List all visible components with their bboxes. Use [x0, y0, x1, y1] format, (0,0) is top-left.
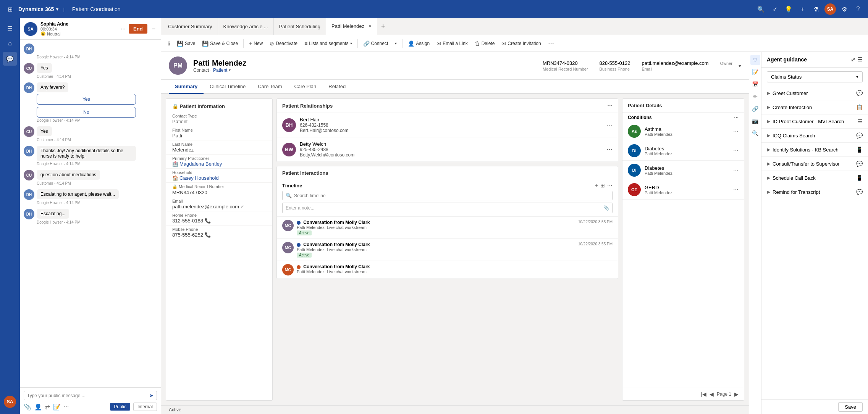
brand-dropdown-icon[interactable]: ▾ [56, 7, 58, 12]
timeline-more-icon[interactable]: ⋯ [607, 182, 613, 188]
toolbar-more-icon[interactable]: ⋯ [545, 38, 557, 49]
tab-close-icon[interactable]: ✕ [368, 24, 372, 29]
agent-sidebar-menu-icon[interactable]: ☰ [858, 56, 863, 63]
patient-dropdown[interactable]: ▾ [229, 68, 231, 72]
tab-knowledge-article[interactable]: Knowledge article ... [218, 18, 274, 35]
option-no-button[interactable]: No [37, 107, 136, 118]
household-link[interactable]: 🏠 Casey Household [172, 175, 219, 181]
timeline-filter-icon[interactable]: ⊞ [600, 182, 605, 188]
connect-button[interactable]: 🔗 Connect [360, 39, 391, 48]
side-connect-icon[interactable]: 🔗 [750, 104, 760, 114]
tl-content: Conversation from Molly Clark Patti Mele… [297, 242, 575, 258]
public-button[interactable]: Public [110, 403, 130, 411]
save-close-button[interactable]: 💾 Save & Close [199, 39, 241, 48]
settings-nav-icon[interactable]: ⚙ [839, 4, 850, 14]
rel-more-icon[interactable]: ⋯ [606, 121, 613, 129]
transfer-icon[interactable]: ⇄ [45, 403, 50, 411]
claims-status-dropdown[interactable]: Claims Status ▾ [767, 71, 863, 82]
person-icon[interactable]: 👤 [34, 403, 42, 411]
sidebar-home-icon[interactable]: ⌂ [3, 37, 17, 50]
relationships-more-icon[interactable]: ⋯ [607, 103, 613, 109]
guidance-item-icq-claims[interactable]: ▶ ICQ Claims Search 💬 [761, 129, 868, 143]
side-heart-icon[interactable]: ♡ [750, 55, 760, 65]
sidebar-avatar[interactable]: SA [4, 396, 16, 408]
nav-tab-related[interactable]: Related [322, 80, 352, 94]
record-patient-link[interactable]: Patient [213, 68, 227, 73]
attachment-icon[interactable]: 📎 [603, 205, 609, 211]
lightbulb-nav-icon[interactable]: 💡 [783, 4, 794, 14]
more-icon[interactable]: ··· [64, 403, 69, 410]
delete-button[interactable]: 🗑 Delete [472, 39, 498, 48]
side-pen-icon[interactable]: ✏ [750, 92, 760, 101]
info-button[interactable]: ℹ [165, 39, 173, 48]
guidance-action-icon: 📱 [856, 175, 863, 181]
chat-input[interactable] [27, 393, 147, 398]
nav-tab-care-plan[interactable]: Care Plan [288, 80, 323, 94]
chat-message: DH Thanks Joy! Any additional details so… [24, 146, 157, 166]
guidance-item-schedule-call-back[interactable]: ▶ Schedule Call Back 📱 [761, 171, 868, 185]
chat-more-icon[interactable]: ··· [121, 26, 126, 32]
side-edit-icon[interactable]: 📝 [750, 67, 760, 77]
guidance-item-remind-transcript[interactable]: ▶ Remind for Transcript 💬 [761, 185, 868, 199]
prev-page-icon[interactable]: ◀ [710, 391, 714, 397]
side-search-icon[interactable]: 🔍 [750, 128, 760, 138]
record-header-expand-icon[interactable]: ▾ [739, 63, 741, 69]
mobile-icon[interactable]: 📞 [205, 232, 211, 238]
bottom-save-button[interactable]: Save [838, 402, 863, 412]
agent-sidebar-expand-icon[interactable]: ⤢ [851, 56, 855, 63]
first-page-icon[interactable]: |◀ [701, 391, 706, 397]
user-nav-icon[interactable]: SA [824, 3, 836, 15]
deactivate-button[interactable]: ⊘ Deactivate [267, 39, 301, 48]
next-page-icon[interactable]: ▶ [734, 391, 739, 397]
filter-nav-icon[interactable]: ⚗ [811, 4, 821, 14]
email-link-button[interactable]: ✉ Email a Link [433, 39, 470, 48]
conditions-more-icon[interactable]: ⋯ [734, 115, 739, 120]
sidebar-chat-icon[interactable]: 💬 [3, 52, 17, 66]
cond-more-icon[interactable]: ⋯ [733, 148, 739, 154]
plus-nav-icon[interactable]: + [797, 4, 808, 14]
guidance-item-identify-solutions[interactable]: ▶ Identify Solutions - KB Search 📱 [761, 143, 868, 157]
phone-icon[interactable]: 📞 [205, 218, 211, 224]
apps-icon[interactable]: ⊞ [5, 4, 15, 14]
cond-more-icon[interactable]: ⋯ [733, 128, 739, 134]
guidance-item-create-interaction[interactable]: ▶ Create Interaction 📋 [761, 100, 868, 114]
sidebar-menu-icon[interactable]: ☰ [3, 21, 17, 35]
connect-more-button[interactable]: ▾ [392, 39, 400, 47]
first-name-value[interactable]: Patti [172, 133, 266, 139]
nav-tab-clinical[interactable]: Clinical Timeline [204, 80, 252, 94]
option-yes-button[interactable]: Yes [37, 94, 136, 105]
send-icon[interactable]: ➤ [149, 393, 154, 398]
tab-add-button[interactable]: + [377, 23, 389, 31]
cond-more-icon[interactable]: ⋯ [733, 187, 739, 193]
timeline-search-input[interactable] [294, 193, 609, 198]
practitioner-link[interactable]: 🏥 Magdalena Bentley [172, 161, 222, 167]
attachment-icon[interactable]: 📎 [24, 403, 31, 411]
note-placeholder[interactable]: Enter a note... [286, 205, 314, 211]
assign-button[interactable]: 👤 Assign [405, 39, 433, 48]
tab-patient-scheduling[interactable]: Patient Scheduling [274, 18, 326, 35]
side-camera-icon[interactable]: 📷 [750, 116, 760, 126]
timeline-add-icon[interactable]: + [595, 182, 598, 188]
lists-segments-button[interactable]: ≡ Lists and segments ▾ [301, 39, 355, 48]
checkmark-nav-icon[interactable]: ✓ [769, 4, 780, 14]
last-name-value[interactable]: Melendez [172, 147, 266, 153]
minimize-chat-icon[interactable]: − [150, 25, 157, 33]
tab-customer-summary[interactable]: Customer Summary [163, 18, 218, 35]
save-button[interactable]: 💾 Save [174, 39, 198, 48]
guidance-item-greet[interactable]: ▶ Greet Customer 💬 [761, 86, 868, 100]
side-calendar-icon[interactable]: 📅 [750, 79, 760, 89]
end-call-button[interactable]: End [129, 24, 147, 34]
create-invitation-button[interactable]: ✉ Create Invitation [498, 39, 544, 48]
search-nav-icon[interactable]: 🔍 [756, 4, 766, 14]
rel-more-icon[interactable]: ⋯ [606, 146, 613, 153]
nav-tab-care-team[interactable]: Care Team [252, 80, 288, 94]
internal-button[interactable]: Internal [133, 403, 157, 411]
nav-tab-summary[interactable]: Summary [169, 80, 204, 94]
cond-more-icon[interactable]: ⋯ [733, 167, 739, 173]
guidance-item-consult-transfer[interactable]: ▶ Consult/Transfer to Supervisor 💬 [761, 157, 868, 171]
new-button[interactable]: + New [246, 39, 266, 48]
notes-icon[interactable]: 📝 [53, 403, 61, 411]
tab-patti-melendez[interactable]: Patti Melendez ✕ [326, 18, 377, 35]
help-nav-icon[interactable]: ? [853, 4, 863, 14]
guidance-item-id-proof[interactable]: ▶ ID Proof Customer - MVI Search ☰ [761, 114, 868, 129]
